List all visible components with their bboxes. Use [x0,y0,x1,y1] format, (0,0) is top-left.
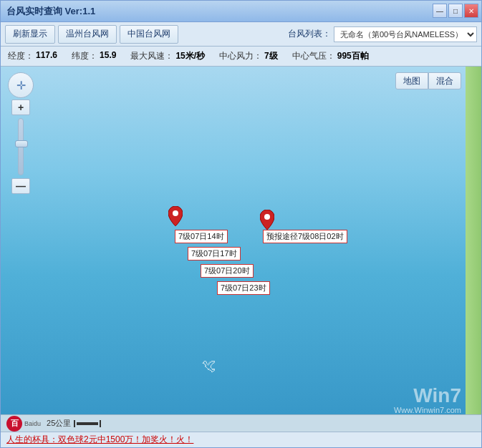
news-ticker: 人生的杯具：双色球2元中1500万！加奖火！火！ [1,432,481,447]
zoom-out-button[interactable]: — [11,178,30,194]
map-scale-label: 25公里 [47,418,71,429]
svg-point-0 [173,210,178,216]
typhoon-pin-1 [168,206,183,228]
china-button[interactable]: 中国台风网 [120,25,178,44]
map-background [1,67,481,414]
watermark-url-text: Www.Winwin7.com [394,406,461,414]
center-force-item: 中心风力： 7级 [219,50,278,62]
maximize-button[interactable]: □ [448,4,463,18]
close-button[interactable]: ✕ [464,4,478,18]
baidu-logo: 百 Baidu [6,416,41,432]
center-pressure-value: 995百帕 [337,50,369,62]
latitude-label: 纬度： [72,50,97,62]
map-container[interactable]: 地图 混合 ✛ + — 7级07日14时 7 [1,67,481,432]
forecast-label-2: 7级07日17时 [188,247,241,260]
latitude-item: 纬度： 15.9 [72,50,116,62]
zoom-in-button[interactable]: + [11,99,30,115]
forecast-label-1: 7级07日14时 [175,230,228,243]
max-wind-item: 最大风速： 15米/秒 [130,50,205,62]
max-wind-label: 最大风速： [130,50,173,62]
longitude-item: 经度： 117.6 [8,50,57,62]
bird-decoration: 🕊 [201,358,216,374]
center-pressure-label: 中心气压： [292,50,335,62]
latitude-value: 15.9 [100,50,116,62]
map-view-button[interactable]: 地图 [395,72,428,89]
watermark: Win7 Www.Winwin7.com [394,386,461,414]
typhoon-list-label: 台风列表： [288,28,331,40]
window-title: 台风实时查询 Ver:1.1 [6,5,95,18]
longitude-label: 经度： [8,50,34,62]
forecast-label-3: 7级07日20时 [201,264,254,278]
pan-button[interactable]: ✛ [8,72,34,98]
ticker-text[interactable]: 人生的杯具：双色球2元中1500万！加奖火！火！ [6,434,193,446]
center-force-label: 中心风力： [219,50,262,62]
typhoon-pin-2 [260,210,274,232]
center-force-value: 7级 [264,50,278,62]
infobar: 经度： 117.6 纬度： 15.9 最大风速： 15米/秒 中心风力： 7级 … [1,47,481,67]
map-bottom-strip: 百 Baidu 25公里 [1,414,481,432]
zoom-slider-track[interactable] [18,118,24,175]
land-area [466,67,481,414]
toolbar: 刷新显示 温州台风网 中国台风网 台风列表： 无命名（第00号台风NAMELES… [1,22,481,47]
minimize-button[interactable]: — [433,4,447,18]
map-view-controls: 地图 混合 [395,72,461,89]
refresh-button[interactable]: 刷新显示 [5,25,55,44]
zoom-slider-thumb[interactable] [15,140,28,147]
zoom-controls: ✛ + — [8,72,34,194]
wenzhou-button[interactable]: 温州台风网 [58,25,117,44]
watermark-win-text: Win7 [394,386,461,406]
app-window: 台风实时查询 Ver:1.1 — □ ✕ 刷新显示 温州台风网 中国台风网 台风… [0,0,482,448]
forecast-label-4: 7级07日23时 [217,281,270,295]
titlebar: 台风实时查询 Ver:1.1 — □ ✕ [1,1,481,22]
window-controls: — □ ✕ [433,4,478,18]
baidu-text: Baidu [24,420,41,427]
svg-point-1 [264,214,270,220]
max-wind-value: 15米/秒 [175,50,205,62]
typhoon-select-area: 台风列表： 无命名（第00号台风NAMELESS） [288,26,477,42]
forecast-label-5: 预报途径7级08日02时 [263,230,347,243]
longitude-value: 117.6 [36,50,57,62]
typhoon-select[interactable]: 无命名（第00号台风NAMELESS） [334,26,477,42]
hybrid-view-button[interactable]: 混合 [428,72,461,89]
center-pressure-item: 中心气压： 995百帕 [292,50,369,62]
baidu-paw-icon: 百 [6,416,22,432]
